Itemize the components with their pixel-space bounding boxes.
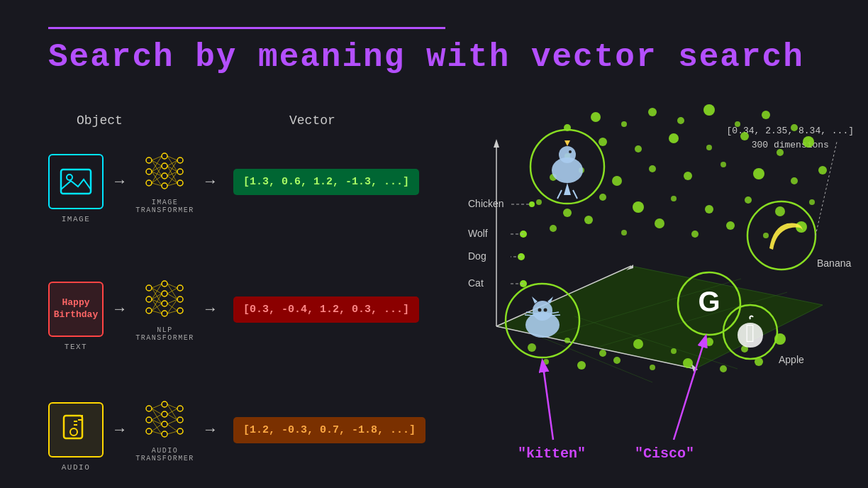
svg-point-37 <box>162 301 167 306</box>
svg-point-166 <box>569 150 572 153</box>
svg-line-180 <box>550 315 560 316</box>
arrow-4: → <box>206 301 215 318</box>
svg-point-172 <box>533 301 552 321</box>
svg-point-131 <box>563 209 572 217</box>
svg-point-109 <box>703 104 715 116</box>
svg-line-168 <box>557 190 562 199</box>
top-accent-line <box>48 27 445 29</box>
svg-point-35 <box>162 281 167 287</box>
svg-point-111 <box>762 111 770 119</box>
svg-point-106 <box>621 121 627 127</box>
svg-line-84 <box>167 424 177 431</box>
svg-point-137 <box>775 206 785 216</box>
google-g-text: G <box>698 286 720 317</box>
arrow-1: → <box>115 173 124 191</box>
svg-rect-0 <box>61 170 91 194</box>
svg-point-8 <box>162 183 167 189</box>
svg-line-50 <box>152 304 162 311</box>
svg-point-157 <box>613 357 621 364</box>
kitten-query-label: "kitten" <box>518 445 586 462</box>
svg-line-85 <box>167 431 177 434</box>
svg-point-38 <box>162 311 167 316</box>
banana-label: Banana <box>817 257 851 269</box>
nlp-transformer-icon <box>142 277 187 322</box>
image-transformer-box: IMAGETRANSFORMER <box>135 149 194 214</box>
image-label: IMAGE <box>62 215 91 223</box>
svg-marker-101 <box>494 139 499 148</box>
image-transformer-label: IMAGETRANSFORMER <box>135 199 194 214</box>
audio-vector-output: [1.2, -0.3, 0.7, -1.8, ...] <box>233 417 425 443</box>
svg-point-73 <box>177 428 183 434</box>
svg-point-105 <box>591 112 601 122</box>
svg-point-135 <box>705 205 713 214</box>
svg-point-149 <box>599 350 606 357</box>
svg-point-34 <box>146 308 152 314</box>
svg-point-70 <box>162 431 167 437</box>
svg-point-39 <box>177 285 183 291</box>
svg-point-116 <box>669 133 679 143</box>
svg-point-120 <box>803 136 814 148</box>
svg-point-6 <box>162 163 167 169</box>
dog-label: Dog <box>468 250 486 262</box>
svg-point-108 <box>677 117 684 124</box>
svg-point-33 <box>146 296 152 302</box>
svg-line-192 <box>542 362 553 440</box>
svg-point-110 <box>735 121 740 127</box>
svg-point-115 <box>635 145 642 152</box>
svg-point-61 <box>70 428 77 436</box>
image-transformer-icon <box>142 149 187 194</box>
svg-marker-165 <box>564 140 570 146</box>
text-label: TEXT <box>65 343 87 351</box>
svg-point-175 <box>538 309 542 312</box>
svg-point-194 <box>529 201 535 207</box>
image-object-box: IMAGE <box>48 154 104 209</box>
svg-line-87 <box>167 409 177 414</box>
svg-point-141 <box>621 230 627 235</box>
svg-line-77 <box>152 404 162 409</box>
nlp-transformer-label: NLPTRANSFORMER <box>135 326 194 342</box>
svg-point-69 <box>162 421 167 427</box>
svg-point-136 <box>745 196 752 204</box>
arrow-6: → <box>206 421 215 439</box>
happy-birthday-text: HappyBirthday <box>54 297 98 321</box>
svg-point-132 <box>599 194 606 201</box>
svg-point-144 <box>726 221 735 230</box>
svg-point-151 <box>671 348 677 354</box>
svg-point-145 <box>763 233 769 238</box>
object-column-header: Object <box>77 113 123 128</box>
svg-point-9 <box>177 157 183 163</box>
image-icon <box>58 164 94 199</box>
svg-point-155 <box>543 359 549 365</box>
chicken-label: Chicken <box>468 198 504 209</box>
svg-point-152 <box>705 338 713 346</box>
apple-label: Apple <box>779 354 804 365</box>
cisco-query-label: "Cisco" <box>635 445 694 462</box>
svg-point-134 <box>671 196 677 201</box>
svg-line-191 <box>816 142 837 235</box>
svg-point-143 <box>691 231 699 238</box>
svg-line-79 <box>152 424 162 431</box>
svg-point-32 <box>146 285 152 291</box>
svg-point-164 <box>559 146 576 163</box>
svg-point-1 <box>67 174 72 180</box>
svg-point-7 <box>162 173 167 179</box>
svg-point-3 <box>146 169 152 174</box>
audio-transformer-icon <box>142 397 187 443</box>
svg-point-118 <box>740 132 749 140</box>
image-row: IMAGE → <box>48 149 419 214</box>
svg-point-142 <box>655 218 664 228</box>
svg-point-64 <box>146 406 152 411</box>
svg-line-20 <box>152 176 162 183</box>
svg-point-150 <box>633 339 643 349</box>
svg-point-114 <box>599 138 607 146</box>
svg-point-159 <box>683 358 693 368</box>
svg-point-107 <box>648 108 657 116</box>
svg-point-126 <box>720 162 726 167</box>
svg-point-139 <box>550 225 557 232</box>
svg-point-130 <box>536 199 542 205</box>
svg-point-156 <box>577 361 586 370</box>
audio-label: AUDIO <box>62 463 91 472</box>
svg-point-147 <box>528 343 536 352</box>
svg-point-129 <box>818 166 827 174</box>
nlp-transformer-box: NLPTRANSFORMER <box>135 277 194 342</box>
